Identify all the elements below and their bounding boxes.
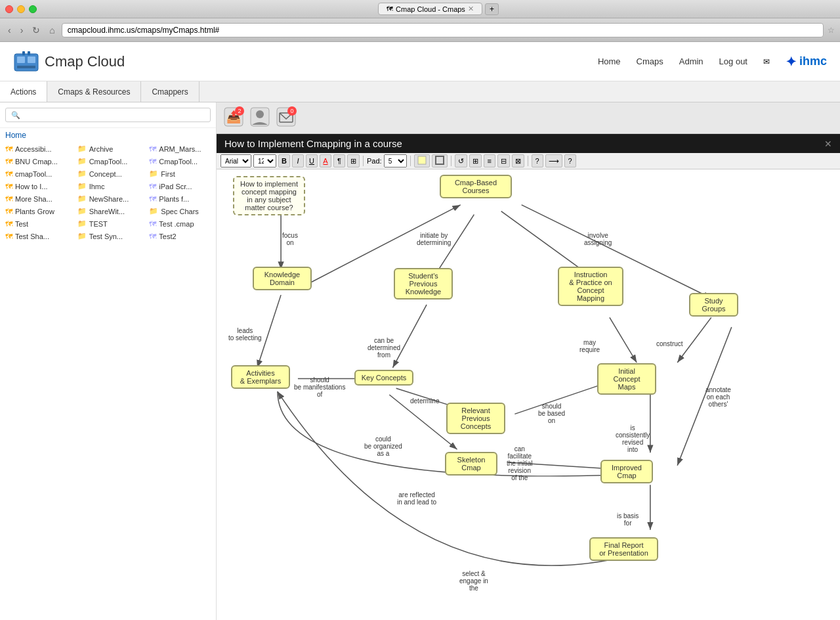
tab-cmaps-resources[interactable]: Cmaps & Resources bbox=[47, 81, 141, 102]
list-item[interactable]: 🗺 Accessibi... bbox=[0, 143, 72, 155]
list-item[interactable]: 📁 Spec Chars bbox=[144, 205, 216, 217]
logo-icon bbox=[13, 49, 39, 75]
node-instruction-practice[interactable]: Instruction& Practice onConceptMapping bbox=[558, 267, 623, 306]
list-item[interactable]: 📁 Archive bbox=[72, 143, 144, 155]
nav-admin[interactable]: Admin bbox=[679, 56, 704, 66]
node-knowledge-domain[interactable]: KnowledgeDomain bbox=[253, 267, 312, 290]
node-skeleton-cmap[interactable]: SkeletonCmap bbox=[445, 452, 497, 476]
help-button[interactable]: ? bbox=[532, 154, 543, 167]
new-tab-button[interactable]: + bbox=[485, 3, 499, 15]
node-key-concepts[interactable]: Key Concepts bbox=[354, 370, 413, 386]
list-item[interactable]: 📁 TEST bbox=[72, 217, 144, 230]
node-students-previous[interactable]: Student'sPreviousKnowledge bbox=[394, 268, 453, 299]
link-construct: construct bbox=[656, 340, 683, 347]
node-how-to-implement[interactable]: How to implement concept mapping in any … bbox=[233, 176, 305, 215]
svg-point-9 bbox=[256, 110, 264, 118]
align-left-button[interactable]: ≡ bbox=[484, 154, 495, 167]
list-item[interactable]: 🗺 ARM_Mars... bbox=[144, 143, 216, 155]
list-item[interactable]: 🗺 Test Sha... bbox=[0, 230, 72, 242]
node-final-report[interactable]: Final Reportor Presentation bbox=[589, 537, 658, 561]
italic-button[interactable]: I bbox=[292, 154, 304, 167]
list-item[interactable]: 📁 Test Syn... bbox=[72, 230, 144, 242]
maximize-button[interactable] bbox=[29, 5, 37, 13]
node-activities-exemplars[interactable]: Activities& Exemplars bbox=[231, 365, 290, 389]
file-icon: 🗺 bbox=[5, 232, 12, 240]
node-relevant-previous[interactable]: RelevantPreviousConcepts bbox=[446, 403, 505, 434]
logo-area: Cmap Cloud bbox=[13, 49, 598, 75]
info-button[interactable]: ? bbox=[564, 154, 576, 167]
notification1-button[interactable]: 📤 2 bbox=[222, 105, 245, 131]
profile-button[interactable] bbox=[248, 105, 272, 131]
bold-button[interactable]: B bbox=[278, 154, 290, 167]
list-item[interactable]: 🗺 More Sha... bbox=[0, 192, 72, 205]
link-can-be-determined: can bedeterminedfrom bbox=[368, 337, 400, 359]
list-item[interactable]: 📁 Ihmc bbox=[72, 180, 144, 192]
active-tab[interactable]: 🗺 Cmap Cloud - Cmaps ✕ bbox=[378, 3, 482, 15]
cmap-canvas[interactable]: How to implement concept mapping in any … bbox=[217, 169, 840, 620]
home-button[interactable]: ⌂ bbox=[47, 24, 57, 37]
list-item[interactable]: 🗺 Plants f... bbox=[144, 192, 216, 205]
node-initial-concept-maps[interactable]: InitialConcept Maps bbox=[597, 363, 656, 395]
spacing-button[interactable]: ⊞ bbox=[347, 154, 360, 167]
node-cmap-based-courses[interactable]: Cmap-BasedCourses bbox=[440, 175, 512, 198]
forward-button[interactable]: › bbox=[18, 24, 26, 37]
list-item[interactable]: 🗺 CmapTool... bbox=[144, 155, 216, 167]
main-layout: Home 🗺 Accessibi... 📁 Archive 🗺 ARM_Mars… bbox=[0, 102, 840, 620]
undo-button[interactable]: ↺ bbox=[455, 154, 467, 167]
close-button[interactable] bbox=[5, 5, 13, 13]
cmap-title-bar: How to Implement Cmapping in a course ✕ bbox=[217, 134, 840, 153]
font-select[interactable]: Arial bbox=[220, 154, 251, 167]
file-icon: 🗺 bbox=[5, 183, 12, 190]
list-item[interactable]: 🗺 How to I... bbox=[0, 180, 72, 192]
align-center-button[interactable]: ⊟ bbox=[497, 154, 510, 167]
text-style-button[interactable]: ¶ bbox=[333, 154, 345, 167]
pad-label: Pad: bbox=[367, 157, 382, 165]
list-item[interactable]: 🗺 Test .cmap bbox=[144, 217, 216, 230]
list-item[interactable]: 📁 First bbox=[144, 167, 216, 180]
node-study-groups[interactable]: StudyGroups bbox=[689, 293, 738, 317]
shared-icon: 🗺 bbox=[149, 195, 156, 203]
svg-rect-3 bbox=[17, 66, 35, 68]
nav-cmaps[interactable]: Cmaps bbox=[637, 56, 663, 66]
tab-cmappers[interactable]: Cmappers bbox=[141, 81, 199, 102]
tab-actions[interactable]: Actions bbox=[0, 81, 47, 102]
border-button[interactable] bbox=[432, 154, 448, 167]
list-item[interactable]: 🗺 Plants Grow bbox=[0, 205, 72, 217]
list-item[interactable]: 🗺 Test2 bbox=[144, 230, 216, 242]
list-item[interactable]: 📁 CmapTool... bbox=[72, 155, 144, 167]
app-header: Cmap Cloud Home Cmaps Admin Log out ✉ ✦ … bbox=[0, 42, 840, 81]
pad-select[interactable]: 5 bbox=[384, 154, 407, 167]
list-item[interactable]: 📁 ShareWit... bbox=[72, 205, 144, 217]
grid-button[interactable]: ⊞ bbox=[469, 154, 482, 167]
mail-icon[interactable]: ✉ bbox=[763, 57, 770, 66]
list-item[interactable]: 🗺 Test bbox=[0, 217, 72, 230]
list-item[interactable]: 🗺 iPad Scr... bbox=[144, 180, 216, 192]
home-label[interactable]: Home bbox=[0, 128, 216, 143]
underline-button[interactable]: U bbox=[306, 154, 318, 167]
browser-tabs: 🗺 Cmap Cloud - Cmaps ✕ + bbox=[42, 3, 835, 15]
list-item[interactable]: 🗺 BNU Cmap... bbox=[0, 155, 72, 167]
bg-button[interactable] bbox=[414, 154, 430, 167]
link-should-be-based: shouldbe basedon bbox=[538, 403, 565, 424]
list-item[interactable]: 🗺 cmapTool... bbox=[0, 167, 72, 180]
bookmark-icon[interactable]: ☆ bbox=[828, 26, 835, 35]
link-may-require: mayrequire bbox=[579, 339, 600, 353]
search-input[interactable] bbox=[5, 108, 211, 122]
minimize-button[interactable] bbox=[17, 5, 25, 13]
list-item[interactable]: 📁 NewShare... bbox=[72, 192, 144, 205]
nav-logout[interactable]: Log out bbox=[719, 56, 747, 66]
list-item[interactable]: 📁 Concept... bbox=[72, 167, 144, 180]
nav-home[interactable]: Home bbox=[598, 56, 621, 66]
align-right-button[interactable]: ⊠ bbox=[512, 154, 524, 167]
link-button[interactable]: ⟶ bbox=[545, 154, 562, 167]
font-size-select[interactable]: 12 bbox=[253, 154, 276, 167]
back-button[interactable]: ‹ bbox=[5, 24, 14, 37]
url-input[interactable] bbox=[62, 23, 824, 37]
tab-close-icon[interactable]: ✕ bbox=[468, 5, 474, 13]
refresh-button[interactable]: ↻ bbox=[30, 24, 43, 37]
folder-icon: 📁 bbox=[77, 157, 87, 166]
node-improved-cmap[interactable]: ImprovedCmap bbox=[600, 460, 653, 483]
notification2-button[interactable]: 0 bbox=[274, 105, 298, 131]
cmap-close-button[interactable]: ✕ bbox=[824, 139, 832, 149]
text-color-button[interactable]: A bbox=[320, 154, 331, 167]
